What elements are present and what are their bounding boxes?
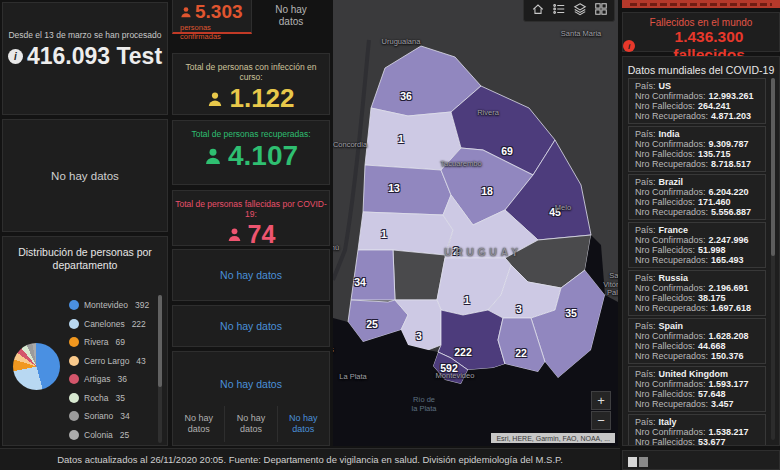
legend-label: Canelones bbox=[84, 319, 125, 329]
no-data-text: No hay datos bbox=[220, 378, 282, 390]
field-label: Nro Fallecidos: bbox=[635, 389, 695, 399]
confirmed-panel: 5.303 personas confirmadas bbox=[172, 0, 252, 34]
recovered-value: 4.107 bbox=[228, 140, 298, 172]
field-label: Nro Recuperados: bbox=[635, 351, 708, 361]
field-label: Nro Confirmados: bbox=[635, 187, 706, 197]
deaths-value: 264.241 bbox=[698, 101, 731, 111]
world-deaths-panel: Fallecidos en el mundo i 1.436.300 falle… bbox=[622, 12, 780, 52]
legend-value: 43 bbox=[136, 356, 145, 366]
country-block: País:SpainNro Confirmados:1.628.208Nro F… bbox=[628, 318, 766, 364]
field-label: País: bbox=[635, 417, 656, 427]
field-label: Nro Confirmados: bbox=[635, 139, 706, 149]
deaths-value: 38.175 bbox=[698, 293, 726, 303]
layers-icon[interactable] bbox=[571, 0, 589, 18]
country-name: India bbox=[659, 129, 680, 139]
map-attribution[interactable]: Esri, HERE, Garmin, FAO, NOAA, ... bbox=[491, 433, 615, 443]
city-label: Montevideo bbox=[436, 371, 475, 380]
legend-value: 222 bbox=[132, 319, 146, 329]
legend-value: 25 bbox=[120, 430, 129, 440]
world-scrollbar[interactable] bbox=[771, 78, 775, 440]
legend-color-dot bbox=[69, 374, 79, 384]
field-label: Nro Fallecidos: bbox=[635, 101, 695, 111]
dept-value-salto: 1 bbox=[398, 133, 404, 145]
no-data-panel-top: No hay datos bbox=[255, 2, 327, 30]
legend-value: 36 bbox=[117, 374, 126, 384]
confirmed-value: 2.196.691 bbox=[709, 283, 749, 293]
no-data-text: No hay datos bbox=[232, 413, 270, 435]
field-label: Nro Fallecidos: bbox=[635, 437, 695, 446]
dept-soriano[interactable] bbox=[351, 250, 395, 300]
no-data-cell: No hay datos bbox=[224, 406, 276, 442]
dept-value-canelones: 222 bbox=[454, 346, 472, 358]
country-block: País:ItalyNro Confirmados:1.538.217Nro F… bbox=[628, 414, 766, 446]
covid-dashboard: Desde el 13 de marzo se han procesado i … bbox=[0, 0, 780, 470]
no-data-text: No hay datos bbox=[180, 413, 218, 435]
recovered-value: 8.718.517 bbox=[711, 159, 751, 169]
legend-scrollbar[interactable] bbox=[158, 295, 162, 443]
deaths-value: 74 bbox=[248, 220, 276, 249]
map-toolbar bbox=[523, 0, 615, 22]
dept-value-florida: 1 bbox=[464, 294, 470, 306]
field-label: Nro Confirmados: bbox=[635, 91, 706, 101]
legend-color-dot bbox=[69, 411, 79, 421]
city-label: La Plata bbox=[339, 372, 367, 381]
country-name: United Kingdom bbox=[659, 369, 729, 379]
legend-item[interactable]: Montevideo392 bbox=[69, 296, 153, 315]
legend-item[interactable]: Rocha35 bbox=[69, 389, 153, 408]
legend-icon[interactable] bbox=[550, 0, 568, 18]
field-label: País: bbox=[635, 129, 656, 139]
field-label: Nro Fallecidos: bbox=[635, 197, 695, 207]
deaths-value: 57.648 bbox=[698, 389, 726, 399]
legend-item[interactable]: Colonia25 bbox=[69, 426, 153, 445]
city-label: Santa Maria bbox=[561, 29, 601, 38]
legend-item[interactable]: Canelones222 bbox=[69, 315, 153, 334]
tests-panel: Desde el 13 de marzo se han procesado i … bbox=[2, 2, 168, 115]
basemap-icon[interactable] bbox=[592, 0, 610, 18]
legend-item[interactable]: Cerro Largo43 bbox=[69, 352, 153, 371]
city-label: Uruguaiana bbox=[382, 37, 421, 46]
dept-rio-negro[interactable] bbox=[358, 212, 453, 255]
dept-flores[interactable] bbox=[393, 250, 445, 300]
recovered-value: 165.493 bbox=[711, 255, 744, 265]
person-icon bbox=[180, 6, 192, 18]
dept-value-colonia: 25 bbox=[366, 318, 378, 330]
city-label: Concordia bbox=[333, 140, 367, 149]
dept-value-rocha: 35 bbox=[565, 307, 577, 319]
no-data-cell: No hay datos bbox=[173, 406, 224, 442]
legend-value: 69 bbox=[116, 337, 125, 347]
uruguay-map[interactable]: 361691318451234133525322222592Uruguaiana… bbox=[333, 0, 618, 446]
deaths-value: 53.677 bbox=[698, 437, 726, 446]
field-label: Nro Confirmados: bbox=[635, 427, 706, 437]
country-name: Italy bbox=[659, 417, 677, 427]
field-label: Nro Fallecidos: bbox=[635, 293, 695, 303]
legend-value: 392 bbox=[135, 300, 149, 310]
no-data-cell: No hay datos bbox=[277, 406, 329, 442]
legend-item[interactable]: Artigas36 bbox=[69, 370, 153, 389]
zoom-out-button[interactable]: − bbox=[591, 411, 611, 430]
distribution-panel: Distribución de personas por departament… bbox=[2, 236, 168, 446]
world-alert-banner bbox=[622, 0, 780, 8]
country-label: URUGUAY bbox=[444, 247, 522, 258]
world-scrollbar-thumb[interactable] bbox=[771, 78, 775, 256]
legend-item[interactable]: Soriano34 bbox=[69, 407, 153, 426]
legend-item[interactable]: Rivera69 bbox=[69, 333, 153, 352]
active-cases-panel: Total de personas con infección en curso… bbox=[172, 53, 330, 115]
world-data-title: Datos mundiales del COVID-19 bbox=[623, 64, 779, 76]
recovered-value: 3.457 bbox=[711, 399, 734, 409]
no-data-panel-a: No hay datos bbox=[172, 249, 330, 301]
legend-color-dot bbox=[69, 430, 79, 440]
field-label: País: bbox=[635, 369, 656, 379]
dept-paysandu[interactable] bbox=[363, 165, 451, 215]
department-pie-chart[interactable] bbox=[13, 343, 60, 390]
zoom-in-button[interactable]: + bbox=[591, 391, 611, 410]
country-block: País:BrazilNro Confirmados:6.204.220Nro … bbox=[628, 174, 766, 220]
country-block: País:USNro Confirmados:12.993.261Nro Fal… bbox=[628, 78, 766, 124]
confirmed-value: 6.204.220 bbox=[709, 187, 749, 197]
country-block: País:RussiaNro Confirmados:2.196.691Nro … bbox=[628, 270, 766, 316]
home-icon[interactable] bbox=[529, 0, 547, 18]
city-label: Gualeguaychú bbox=[333, 243, 339, 252]
legend-scrollbar-thumb[interactable] bbox=[158, 295, 162, 387]
field-label: Nro Recuperados: bbox=[635, 303, 708, 313]
person-icon bbox=[204, 147, 222, 165]
field-label: Nro Fallecidos: bbox=[635, 149, 695, 159]
